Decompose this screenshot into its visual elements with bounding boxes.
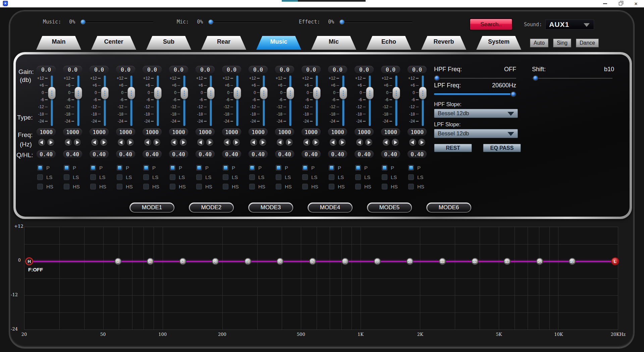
quick-mode-button[interactable]: Sing — [553, 39, 571, 47]
eq-band-handle[interactable]: 12 — [471, 258, 478, 265]
gain-slider-knob[interactable] — [180, 87, 188, 99]
freq-value-box[interactable]: 1000 — [408, 128, 427, 136]
freq-decrease-button[interactable] — [382, 138, 390, 146]
gain-value-box[interactable]: 0.0 — [408, 66, 427, 73]
low-shelf-checkbox[interactable] — [223, 174, 228, 180]
gain-value-box[interactable]: 0.0 — [381, 66, 400, 73]
gain-slider-knob[interactable] — [207, 87, 215, 99]
freq-decrease-button[interactable] — [64, 138, 72, 146]
low-shelf-checkbox[interactable] — [170, 174, 175, 180]
tab[interactable]: Mic — [311, 36, 356, 50]
high-shelf-checkbox[interactable] — [355, 184, 361, 189]
freq-value-box[interactable]: 1000 — [328, 128, 347, 136]
freq-increase-button[interactable] — [100, 138, 108, 146]
eq-band-handle[interactable]: 6 — [277, 258, 284, 265]
tab[interactable]: Main — [36, 36, 81, 50]
low-shelf-checkbox[interactable] — [382, 174, 387, 180]
high-shelf-checkbox[interactable] — [329, 184, 334, 189]
eq-band-handle[interactable]: 7 — [309, 258, 316, 265]
mode-button[interactable]: MODE4 — [308, 203, 353, 213]
gain-slider[interactable] — [126, 76, 137, 127]
freq-decrease-button[interactable] — [91, 138, 99, 146]
high-shelf-checkbox[interactable] — [382, 184, 387, 189]
peak-checkbox[interactable] — [90, 165, 96, 171]
gain-value-box[interactable]: 0.0 — [328, 66, 347, 73]
low-shelf-checkbox[interactable] — [249, 174, 255, 180]
freq-decrease-button[interactable] — [276, 138, 284, 146]
gain-slider[interactable] — [391, 76, 401, 127]
freq-decrease-button[interactable] — [356, 138, 364, 146]
high-shelf-checkbox[interactable] — [408, 184, 414, 189]
tab[interactable]: Echo — [366, 36, 411, 50]
close-button[interactable]: ✕ — [630, 0, 642, 7]
q-value-box[interactable]: 0.40 — [63, 150, 82, 158]
freq-increase-button[interactable] — [312, 138, 320, 146]
eq-band-handle[interactable]: 14 — [536, 258, 543, 265]
effect-volume-slider[interactable] — [340, 21, 412, 23]
eq-pass-button[interactable]: EQ PASS — [483, 144, 521, 152]
high-shelf-checkbox[interactable] — [143, 184, 149, 189]
eq-band-handle[interactable]: 13 — [504, 258, 511, 265]
q-value-box[interactable]: 0.40 — [169, 150, 188, 158]
gain-slider-knob[interactable] — [366, 87, 374, 99]
freq-decrease-button[interactable] — [223, 138, 231, 146]
low-shelf-checkbox[interactable] — [37, 174, 43, 180]
gain-slider-knob[interactable] — [260, 87, 268, 99]
freq-increase-button[interactable] — [179, 138, 187, 146]
peak-checkbox[interactable] — [196, 165, 202, 171]
freq-decrease-button[interactable] — [117, 138, 125, 146]
freq-increase-button[interactable] — [73, 138, 81, 146]
peak-checkbox[interactable] — [117, 165, 122, 171]
mic-volume-knob[interactable] — [208, 19, 213, 25]
peak-checkbox[interactable] — [37, 165, 43, 171]
gain-slider[interactable] — [259, 76, 269, 127]
gain-value-box[interactable]: 0.0 — [63, 66, 82, 73]
search-button[interactable]: Search.. — [470, 19, 512, 30]
freq-decrease-button[interactable] — [170, 138, 178, 146]
q-value-box[interactable]: 0.40 — [381, 150, 400, 158]
eq-band-handle[interactable]: 2 — [147, 258, 154, 265]
low-shelf-checkbox[interactable] — [64, 174, 69, 180]
gain-value-box[interactable]: 0.0 — [222, 66, 241, 73]
music-volume-slider[interactable] — [81, 21, 153, 23]
lpf-freq-slider[interactable] — [434, 91, 516, 97]
restore-button[interactable] — [614, 0, 627, 7]
q-value-box[interactable]: 0.40 — [37, 150, 56, 158]
q-value-box[interactable]: 0.40 — [328, 150, 347, 158]
lpf-slope-dropdown[interactable]: Bessel 12db — [434, 129, 518, 138]
shift-slider[interactable] — [532, 75, 612, 81]
gain-slider-knob[interactable] — [48, 87, 56, 99]
peak-checkbox[interactable] — [143, 165, 149, 171]
peak-checkbox[interactable] — [170, 165, 175, 171]
freq-value-box[interactable]: 1000 — [249, 128, 268, 136]
tab[interactable]: Center — [91, 36, 136, 50]
hpf-slope-dropdown[interactable]: Bessel 12db — [434, 109, 518, 118]
shift-slider-knob[interactable] — [533, 75, 538, 81]
freq-value-box[interactable]: 1000 — [275, 128, 294, 136]
peak-checkbox[interactable] — [382, 165, 387, 171]
mic-volume-slider[interactable] — [209, 21, 281, 23]
tab[interactable]: Music — [256, 36, 301, 50]
gain-value-box[interactable]: 0.0 — [196, 66, 215, 73]
minimize-button[interactable] — [599, 0, 611, 7]
peak-checkbox[interactable] — [276, 165, 281, 171]
q-value-box[interactable]: 0.40 — [408, 150, 427, 158]
gain-slider[interactable] — [365, 76, 375, 127]
high-shelf-checkbox[interactable] — [302, 184, 308, 189]
gain-slider-knob[interactable] — [286, 87, 294, 99]
gain-slider-knob[interactable] — [74, 87, 82, 99]
quick-mode-button[interactable]: Auto — [530, 39, 548, 47]
freq-increase-button[interactable] — [206, 138, 214, 146]
freq-value-box[interactable]: 1000 — [222, 128, 241, 136]
effect-volume-knob[interactable] — [339, 19, 344, 25]
q-value-box[interactable]: 0.40 — [222, 150, 241, 158]
freq-value-box[interactable]: 1000 — [355, 128, 374, 136]
freq-increase-button[interactable] — [153, 138, 161, 146]
low-shelf-checkbox[interactable] — [302, 174, 308, 180]
freq-decrease-button[interactable] — [197, 138, 205, 146]
high-shelf-checkbox[interactable] — [37, 184, 43, 189]
low-shelf-checkbox[interactable] — [117, 174, 122, 180]
q-value-box[interactable]: 0.40 — [116, 150, 135, 158]
eq-band-handle[interactable]: 11 — [439, 258, 446, 265]
gain-slider-knob[interactable] — [313, 87, 321, 99]
